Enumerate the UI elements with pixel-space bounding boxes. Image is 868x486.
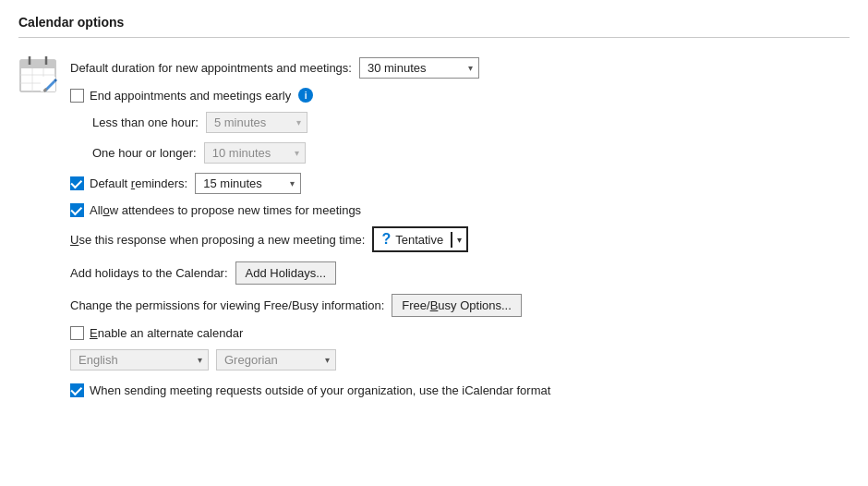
default-reminders-dropdown[interactable]: 15 minutes ▾ [195,173,301,194]
one-hour-or-longer-dropdown: 10 minutes ▾ [204,142,306,164]
enable-alternate-row: Enable an alternate calendar [70,322,850,345]
default-reminders-label: Default reminders: [90,176,187,190]
end-early-label: End appointments and meetings early [90,89,291,103]
svg-rect-1 [20,60,55,68]
tentative-label: Tentative [395,233,443,247]
when-sending-checkbox[interactable] [70,383,84,397]
change-permissions-label: Change the permissions for viewing Free/… [70,298,384,312]
use-response-row: Use this response when proposing a new m… [70,222,850,257]
add-holidays-label: Add holidays to the Calendar: [70,266,228,280]
section-title: Calendar options [18,15,850,38]
change-permissions-row: Change the permissions for viewing Free/… [70,289,850,322]
enable-alternate-label: Enable an alternate calendar [90,326,243,340]
default-duration-dropdown[interactable]: 30 minutes ▾ [359,57,479,79]
default-reminders-row: Default reminders: 15 minutes ▾ [70,168,850,199]
less-than-one-hour-row: Less than one hour: 5 minutes ▾ [70,107,850,138]
allow-attendees-checkbox[interactable] [70,203,84,217]
free-busy-options-button[interactable]: Free/Busy Options... [392,294,522,317]
language-value: English [78,353,194,367]
end-early-checkbox[interactable] [70,89,84,103]
tentative-button-arrow[interactable]: ▾ [451,232,466,248]
when-sending-row: When sending meeting requests outside of… [70,379,850,402]
use-response-label: Use this response when proposing a new m… [70,233,365,247]
language-calendar-row: English ▾ Gregorian ▾ [70,345,850,375]
default-duration-label: Default duration for new appointments an… [70,61,352,75]
tentative-button-main[interactable]: ? Tentative [374,228,451,250]
end-early-row: End appointments and meetings early i [70,83,850,107]
calendar-type-dropdown[interactable]: Gregorian ▾ [216,349,336,371]
tentative-split-button[interactable]: ? Tentative ▾ [372,226,468,252]
enable-alternate-checkbox[interactable] [70,326,84,340]
allow-attendees-label: Allow attendees to propose new times for… [90,203,361,217]
default-reminders-arrow-icon: ▾ [290,178,295,188]
allow-attendees-row: Allow attendees to propose new times for… [70,199,850,222]
one-hour-or-longer-label: One hour or longer: [92,146,197,160]
language-arrow-icon: ▾ [198,355,202,365]
language-dropdown[interactable]: English ▾ [70,349,209,371]
less-than-one-hour-value: 5 minutes [214,115,293,129]
allow-attendees-checkbox-wrapper[interactable]: Allow attendees to propose new times for… [70,203,361,217]
one-hour-or-longer-arrow-icon: ▾ [295,148,299,158]
add-holidays-button[interactable]: Add Holidays... [235,261,336,285]
calendar-type-arrow-icon: ▾ [325,355,330,365]
default-duration-row: Default duration for new appointments an… [70,53,850,83]
tentative-question-icon: ? [381,231,391,248]
when-sending-checkbox-wrapper[interactable]: When sending meeting requests outside of… [70,383,550,397]
default-reminders-value: 15 minutes [203,176,286,190]
default-reminders-checkbox-wrapper[interactable]: Default reminders: [70,176,187,190]
default-duration-arrow-icon: ▾ [468,63,473,73]
default-duration-value: 30 minutes [368,61,464,75]
less-than-one-hour-arrow-icon: ▾ [296,117,301,128]
enable-alternate-checkbox-wrapper[interactable]: Enable an alternate calendar [70,326,243,340]
calendar-icon [18,53,59,98]
less-than-one-hour-dropdown: 5 minutes ▾ [206,112,307,133]
one-hour-or-longer-row: One hour or longer: 10 minutes ▾ [70,138,850,168]
less-than-one-hour-label: Less than one hour: [92,115,199,129]
add-holidays-row: Add holidays to the Calendar: Add Holida… [70,257,850,289]
end-early-checkbox-wrapper[interactable]: End appointments and meetings early [70,89,291,103]
one-hour-or-longer-value: 10 minutes [212,146,291,160]
options-body: Default duration for new appointments an… [70,53,850,402]
calendar-type-value: Gregorian [224,353,321,367]
default-reminders-checkbox[interactable] [70,176,84,190]
end-early-info-icon[interactable]: i [298,88,313,103]
when-sending-label: When sending meeting requests outside of… [90,383,550,397]
